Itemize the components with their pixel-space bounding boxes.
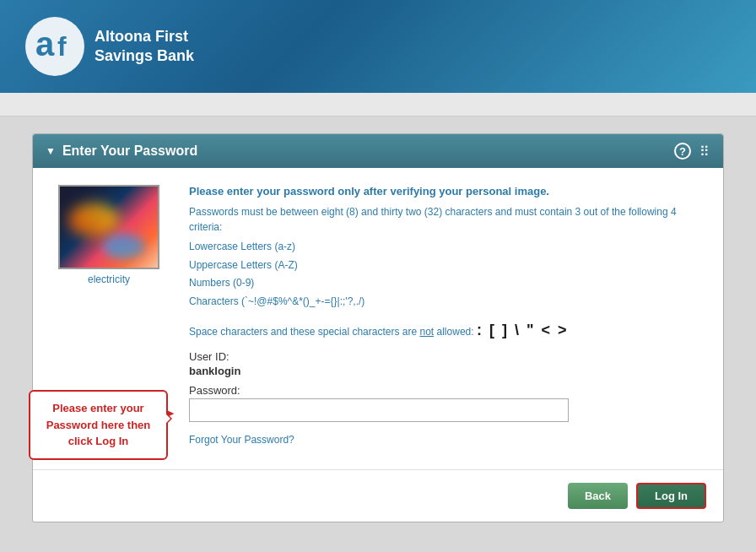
special-chars-not: not [420,326,435,338]
criteria-special: Characters (`~!@#$%^&*()_+-={}|:;'?,./) [189,293,706,311]
user-id-label: User ID: [189,350,706,363]
criteria-numbers: Numbers (0-9) [189,274,706,293]
back-button[interactable]: Back [568,483,628,509]
collapse-arrow-icon[interactable]: ▼ [46,145,56,157]
user-id-row: User ID: banklogin [189,350,706,377]
password-policy-text: Passwords must be between eight (8) and … [189,204,706,235]
special-chars-line: Space characters and these special chara… [189,319,706,342]
password-row: Password: Please enter your Password her… [189,384,706,446]
criteria-lowercase: Lowercase Letters (a-z) [189,238,706,257]
svg-point-0 [25,17,84,76]
svg-text:a: a [35,25,55,62]
svg-text:f: f [57,31,67,62]
bank-logo-icon: a f [25,17,84,76]
card-header: ▼ Enter Your Password ? ⠿ [33,134,723,168]
main-card: ▼ Enter Your Password ? ⠿ electricity Pl… [32,133,724,522]
page-header: a f Altoona First Savings Bank [0,0,756,93]
special-chars-prefix: Space characters and these special chara… [189,326,417,338]
criteria-uppercase: Uppercase Letters (A-Z) [189,257,706,275]
password-wrapper: Please enter your Password here then cli… [189,398,569,422]
user-id-value: banklogin [189,365,706,377]
primary-instruction: Please enter your password only after ve… [189,185,706,198]
security-image-label: electricity [50,273,168,285]
tooltip-text: Please enter your Password here then cli… [46,402,151,447]
card-body: electricity Please enter your password o… [33,168,723,469]
security-image [58,185,159,269]
login-button[interactable]: Log In [636,483,706,509]
criteria-list: Lowercase Letters (a-z) Uppercase Letter… [189,238,706,311]
card-header-left: ▼ Enter Your Password [46,143,197,159]
tooltip-callout: Please enter your Password here then cli… [29,390,168,460]
special-chars-display: : [ ] \ " < > [477,322,569,338]
card-header-right: ? ⠿ [674,143,710,160]
logo-container: a f Altoona First Savings Bank [25,17,194,76]
card-title: Enter Your Password [62,143,197,159]
options-dots-icon[interactable]: ⠿ [699,143,710,160]
help-icon[interactable]: ? [674,143,691,160]
buttons-row: Back Log In [33,469,723,522]
password-label: Password: [189,384,706,397]
page-body: ▼ Enter Your Password ? ⠿ electricity Pl… [0,116,756,552]
content-column: Please enter your password only after ve… [189,185,706,452]
special-chars-suffix: allowed: [437,326,474,338]
password-input[interactable] [189,398,569,422]
forgot-password-link[interactable]: Forgot Your Password? [189,434,294,446]
bank-name: Altoona First Savings Bank [94,27,194,67]
sub-header-bar [0,93,756,116]
